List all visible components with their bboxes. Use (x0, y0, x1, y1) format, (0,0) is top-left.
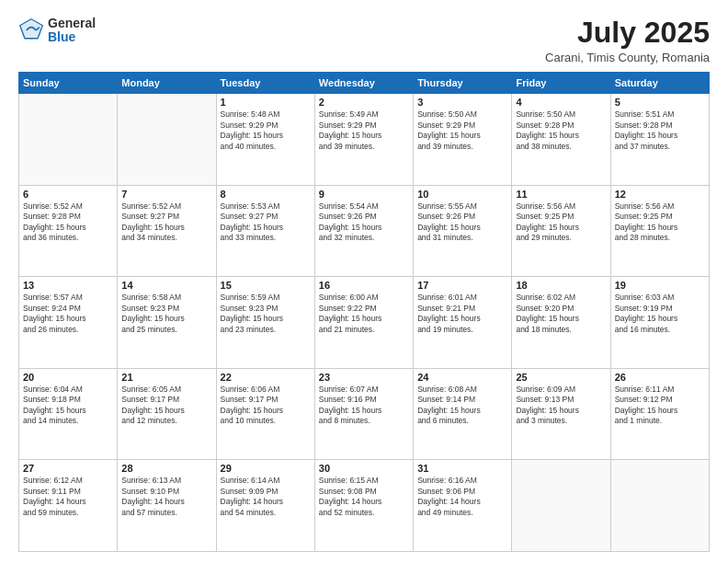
table-row: 29Sunrise: 6:14 AM Sunset: 9:09 PM Dayli… (216, 460, 314, 552)
header: General Blue July 2025 Carani, Timis Cou… (18, 17, 710, 64)
calendar-header-row: Sunday Monday Tuesday Wednesday Thursday… (19, 73, 710, 94)
day-info: Sunrise: 6:02 AM Sunset: 9:20 PM Dayligh… (516, 293, 606, 335)
table-row: 1Sunrise: 5:48 AM Sunset: 9:29 PM Daylig… (216, 94, 314, 186)
logo-text: General Blue (48, 17, 96, 45)
table-row: 17Sunrise: 6:01 AM Sunset: 9:21 PM Dayli… (414, 277, 512, 369)
table-row: 21Sunrise: 6:05 AM Sunset: 9:17 PM Dayli… (118, 368, 216, 460)
day-info: Sunrise: 6:14 AM Sunset: 9:09 PM Dayligh… (221, 476, 311, 518)
table-row: 26Sunrise: 6:11 AM Sunset: 9:12 PM Dayli… (610, 368, 709, 460)
day-info: Sunrise: 5:48 AM Sunset: 9:29 PM Dayligh… (221, 109, 311, 152)
day-number: 23 (319, 372, 409, 383)
day-number: 8 (221, 189, 311, 200)
table-row: 12Sunrise: 5:56 AM Sunset: 9:25 PM Dayli… (610, 185, 709, 277)
logo-icon (18, 17, 44, 43)
table-row: 7Sunrise: 5:52 AM Sunset: 9:27 PM Daylig… (118, 185, 216, 277)
day-info: Sunrise: 5:54 AM Sunset: 9:26 PM Dayligh… (319, 201, 409, 244)
day-number: 28 (121, 463, 211, 474)
day-number: 21 (121, 372, 211, 383)
day-number: 20 (23, 372, 113, 383)
day-number: 1 (221, 97, 311, 108)
table-row: 20Sunrise: 6:04 AM Sunset: 9:18 PM Dayli… (19, 368, 118, 460)
table-row (512, 460, 610, 552)
day-number: 3 (417, 97, 507, 108)
day-number: 7 (121, 189, 211, 200)
table-row: 10Sunrise: 5:55 AM Sunset: 9:26 PM Dayli… (414, 185, 512, 277)
day-info: Sunrise: 6:09 AM Sunset: 9:13 PM Dayligh… (516, 385, 606, 427)
calendar-week-row: 6Sunrise: 5:52 AM Sunset: 9:28 PM Daylig… (19, 185, 710, 277)
day-number: 12 (615, 189, 705, 200)
table-row: 18Sunrise: 6:02 AM Sunset: 9:20 PM Dayli… (512, 277, 610, 369)
calendar-week-row: 13Sunrise: 5:57 AM Sunset: 9:24 PM Dayli… (19, 277, 710, 369)
table-row: 14Sunrise: 5:58 AM Sunset: 9:23 PM Dayli… (118, 277, 216, 369)
table-row (19, 94, 118, 186)
day-number: 30 (319, 463, 409, 474)
day-info: Sunrise: 6:08 AM Sunset: 9:14 PM Dayligh… (417, 385, 507, 427)
col-saturday: Saturday (610, 73, 709, 94)
day-info: Sunrise: 5:52 AM Sunset: 9:28 PM Dayligh… (23, 201, 113, 244)
calendar-week-row: 27Sunrise: 6:12 AM Sunset: 9:11 PM Dayli… (19, 460, 710, 552)
day-info: Sunrise: 5:51 AM Sunset: 9:28 PM Dayligh… (615, 109, 705, 152)
day-info: Sunrise: 6:15 AM Sunset: 9:08 PM Dayligh… (319, 476, 409, 518)
day-number: 19 (615, 280, 705, 291)
table-row (118, 94, 216, 186)
day-info: Sunrise: 5:53 AM Sunset: 9:27 PM Dayligh… (221, 201, 311, 244)
day-info: Sunrise: 6:05 AM Sunset: 9:17 PM Dayligh… (121, 385, 211, 427)
calendar-table: Sunday Monday Tuesday Wednesday Thursday… (18, 72, 710, 552)
table-row: 30Sunrise: 6:15 AM Sunset: 9:08 PM Dayli… (314, 460, 413, 552)
col-tuesday: Tuesday (216, 73, 314, 94)
day-number: 9 (319, 189, 409, 200)
day-info: Sunrise: 5:58 AM Sunset: 9:23 PM Dayligh… (121, 293, 211, 335)
table-row: 24Sunrise: 6:08 AM Sunset: 9:14 PM Dayli… (414, 368, 512, 460)
day-info: Sunrise: 5:52 AM Sunset: 9:27 PM Dayligh… (121, 201, 211, 244)
day-number: 25 (516, 372, 606, 383)
col-sunday: Sunday (19, 73, 118, 94)
day-number: 22 (221, 372, 311, 383)
day-number: 16 (319, 280, 409, 291)
table-row: 28Sunrise: 6:13 AM Sunset: 9:10 PM Dayli… (118, 460, 216, 552)
day-info: Sunrise: 6:11 AM Sunset: 9:12 PM Dayligh… (615, 385, 705, 427)
logo-blue-text: Blue (48, 30, 96, 44)
day-info: Sunrise: 5:49 AM Sunset: 9:29 PM Dayligh… (319, 109, 409, 152)
table-row (610, 460, 709, 552)
table-row: 31Sunrise: 6:16 AM Sunset: 9:06 PM Dayli… (414, 460, 512, 552)
day-info: Sunrise: 5:50 AM Sunset: 9:28 PM Dayligh… (516, 109, 606, 152)
day-number: 26 (615, 372, 705, 383)
day-info: Sunrise: 6:00 AM Sunset: 9:22 PM Dayligh… (319, 293, 409, 335)
day-number: 24 (417, 372, 507, 383)
day-number: 2 (319, 97, 409, 108)
title-location: Carani, Timis County, Romania (545, 51, 710, 64)
day-info: Sunrise: 6:13 AM Sunset: 9:10 PM Dayligh… (121, 476, 211, 518)
table-row: 9Sunrise: 5:54 AM Sunset: 9:26 PM Daylig… (314, 185, 413, 277)
col-wednesday: Wednesday (314, 73, 413, 94)
calendar-week-row: 1Sunrise: 5:48 AM Sunset: 9:29 PM Daylig… (19, 94, 710, 186)
table-row: 16Sunrise: 6:00 AM Sunset: 9:22 PM Dayli… (314, 277, 413, 369)
table-row: 22Sunrise: 6:06 AM Sunset: 9:17 PM Dayli… (216, 368, 314, 460)
day-number: 4 (516, 97, 606, 108)
title-block: July 2025 Carani, Timis County, Romania (545, 17, 710, 64)
table-row: 8Sunrise: 5:53 AM Sunset: 9:27 PM Daylig… (216, 185, 314, 277)
day-info: Sunrise: 5:57 AM Sunset: 9:24 PM Dayligh… (23, 293, 113, 335)
day-info: Sunrise: 6:06 AM Sunset: 9:17 PM Dayligh… (221, 385, 311, 427)
day-info: Sunrise: 6:04 AM Sunset: 9:18 PM Dayligh… (23, 385, 113, 427)
table-row: 5Sunrise: 5:51 AM Sunset: 9:28 PM Daylig… (610, 94, 709, 186)
table-row: 2Sunrise: 5:49 AM Sunset: 9:29 PM Daylig… (314, 94, 413, 186)
day-info: Sunrise: 6:03 AM Sunset: 9:19 PM Dayligh… (615, 293, 705, 335)
table-row: 3Sunrise: 5:50 AM Sunset: 9:29 PM Daylig… (414, 94, 512, 186)
table-row: 25Sunrise: 6:09 AM Sunset: 9:13 PM Dayli… (512, 368, 610, 460)
day-number: 10 (417, 189, 507, 200)
logo-general-text: General (48, 17, 96, 30)
day-number: 17 (417, 280, 507, 291)
day-info: Sunrise: 5:55 AM Sunset: 9:26 PM Dayligh… (417, 201, 507, 244)
col-friday: Friday (512, 73, 610, 94)
table-row: 27Sunrise: 6:12 AM Sunset: 9:11 PM Dayli… (19, 460, 118, 552)
logo: General Blue (18, 17, 96, 45)
day-number: 15 (221, 280, 311, 291)
title-month: July 2025 (545, 17, 710, 49)
day-number: 31 (417, 463, 507, 474)
day-info: Sunrise: 6:16 AM Sunset: 9:06 PM Dayligh… (417, 476, 507, 518)
calendar-week-row: 20Sunrise: 6:04 AM Sunset: 9:18 PM Dayli… (19, 368, 710, 460)
day-info: Sunrise: 6:01 AM Sunset: 9:21 PM Dayligh… (417, 293, 507, 335)
day-number: 29 (221, 463, 311, 474)
col-monday: Monday (118, 73, 216, 94)
day-number: 18 (516, 280, 606, 291)
